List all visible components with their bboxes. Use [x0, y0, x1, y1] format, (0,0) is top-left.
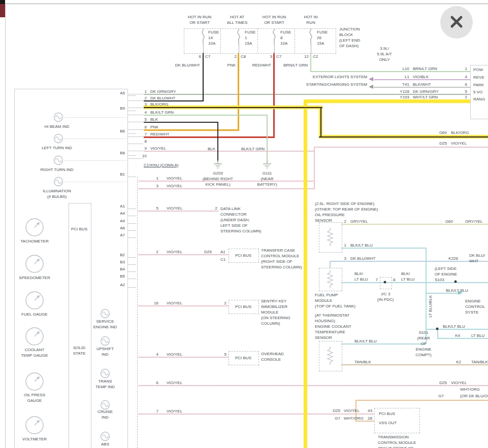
wire-segment — [128, 95, 136, 96]
diagram-label: 16 — [154, 300, 158, 306]
dot-icon — [383, 281, 386, 284]
diagram-label: B4 — [120, 266, 125, 272]
diagram-label: POW — [473, 67, 483, 73]
diagram-label: 8 — [145, 139, 147, 144]
diagram-label: 6 — [156, 380, 158, 386]
gauge-icon — [24, 217, 45, 237]
diagram-label: BLK/LT BLU — [350, 243, 373, 248]
diagram-label: 6 — [145, 124, 147, 130]
diagram-label: VIO/YEL — [167, 205, 182, 211]
diagram-label: 3 — [270, 54, 272, 59]
diagram-label: TRANS TEMP IND — [95, 378, 115, 390]
diagram-label: UPSHIFT IND — [96, 346, 114, 357]
fuse-icon — [235, 28, 242, 45]
diagram-label: VIO/YEL — [167, 408, 182, 414]
diagram-label: G203 (BEHIND RIGHT KICK PANEL) — [203, 170, 233, 187]
wire-segment — [128, 158, 143, 159]
diagram-label: 2 — [224, 300, 226, 306]
diagram-label: 5 — [156, 205, 158, 211]
diagram-label: 3 — [156, 183, 158, 189]
bulb-icon — [52, 133, 64, 144]
diagram-label: RANG — [473, 96, 485, 102]
diagram-label: A5 — [120, 90, 125, 96]
diagram-label: VIO/YEL — [167, 352, 182, 357]
diagram-label: 4 — [145, 110, 147, 115]
wire-segment — [128, 209, 136, 209]
diagram-label: 7 — [156, 408, 158, 414]
wire-segment — [128, 287, 136, 288]
diagram-label: A6 — [120, 225, 125, 231]
wire-segment — [310, 71, 470, 72]
diagram-label: OIL PRESS GAUGE — [24, 392, 45, 403]
diagram-label: B6 — [120, 128, 125, 134]
wire-segment — [128, 151, 143, 151]
diagram-label: G69 — [439, 130, 447, 135]
diagram-label: VIO/YEL — [167, 300, 182, 306]
diagram-label: BLK/ LT BLU — [401, 271, 414, 282]
close-button[interactable] — [440, 6, 473, 39]
diagram-label: 1 — [344, 243, 346, 248]
diagram-label: 3 — [145, 101, 147, 107]
diagram-label: K4 — [455, 333, 460, 338]
wire-segment — [341, 282, 488, 283]
diagram-label: HI BEAM IND — [45, 124, 70, 129]
diagram-label: 4 — [465, 74, 467, 80]
diagram-label: RIGHT TURN IND — [40, 167, 73, 173]
diagram-label: 10 — [142, 153, 147, 159]
diagram-label: FUSE 26 15A — [317, 29, 328, 46]
diagram-label: FUSE 8 10A — [280, 29, 291, 46]
diagram-label: BLK — [150, 117, 158, 122]
gauge-icon — [24, 326, 45, 347]
diagram-label: G60 — [445, 219, 453, 224]
bulb-icon — [99, 400, 111, 410]
diagram-label: BRN/LT GRN — [413, 66, 437, 72]
diagram-label: PARK — [473, 82, 484, 88]
wire-segment — [314, 147, 488, 148]
wire-segment — [203, 53, 204, 101]
diagram-label: DK BLU/WHT — [175, 62, 200, 68]
wire-segment — [138, 188, 314, 189]
diagram-label: C7 — [205, 54, 210, 59]
diagram-label: 2 — [465, 94, 467, 100]
diagram-label: BLK/LT GRN — [150, 110, 174, 115]
diagram-label: PCI BUS — [235, 355, 251, 361]
arrow-left-icon — [368, 84, 373, 89]
diagram-label: A9 — [120, 218, 125, 224]
diagram-label: 9 — [145, 146, 147, 151]
bulb-icon — [52, 177, 64, 187]
diagram-label: PCI BUS — [71, 226, 87, 232]
diagram-label: (OR DK BLU/ORG) — [460, 393, 488, 399]
top-border — [0, 4, 488, 4]
diagram-label: ILLUMINATION (4 BULBS) — [43, 188, 71, 199]
bulb-icon — [99, 336, 111, 346]
wire-segment — [128, 177, 136, 177]
diagram-label: B2 — [120, 252, 125, 258]
diagram-label: HOT AT ALL TIMES — [227, 14, 247, 25]
diagram-label: A2 — [120, 282, 125, 288]
bulb-icon — [99, 308, 111, 319]
panel-box — [69, 203, 91, 448]
res-icon — [327, 228, 334, 246]
diagram-label: FUSE 1 15A — [245, 29, 255, 46]
diagram-label: A7 — [120, 232, 125, 238]
diagram-label: HOT IN RUN — [304, 14, 318, 25]
diagram-label: RED/WHT — [252, 62, 271, 68]
diagram-label: TRANSMISSION CONTROL MODULE (RIGHT FRONT… — [378, 434, 416, 448]
diagram-label: C1%%U (CONN A) — [144, 162, 178, 168]
dashed-box — [295, 28, 295, 53]
diagram-label: 1 — [145, 89, 147, 94]
corner-accent-black — [0, 0, 5, 4]
diagram-label: COOLANT TEMP GAUGE — [21, 347, 48, 358]
wire-segment — [128, 111, 136, 111]
wire-segment — [144, 151, 315, 152]
diagram-label: VIO/YEL — [451, 141, 467, 146]
diagram-label: BLK/WHT — [413, 82, 431, 87]
diagram-label: BLK/ORG — [451, 130, 469, 135]
diagram-label: BLK/LT BLU — [443, 324, 465, 329]
wire-segment — [128, 216, 136, 216]
diagram-label: Y193 — [400, 94, 409, 100]
diagram-label: BLK/LT BLU — [446, 288, 468, 293]
diagram-label: K226 — [448, 256, 458, 261]
diagram-label: 5 — [145, 117, 147, 122]
diagram-label: DK BLU/WHT — [150, 95, 175, 101]
